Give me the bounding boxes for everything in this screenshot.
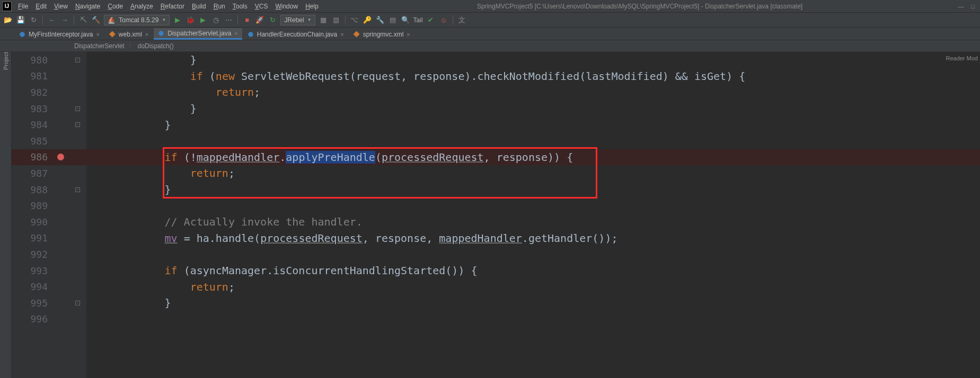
editor[interactable]: Reader Mod 980- }981 if (new ServletWebR… [12,52,980,378]
translate-icon[interactable]: 文 [457,15,467,25]
code-area[interactable]: 980- }981 if (new ServletWebRequest(requ… [12,52,980,327]
git-icon[interactable]: ⌥ [350,15,359,25]
code-text[interactable]: } [87,119,980,131]
menu-item-tools[interactable]: Tools [229,0,251,13]
code-line[interactable]: 991 mv = ha.handle(processedRequest, res… [12,230,980,247]
forward-icon[interactable]: → [60,15,69,25]
code-line[interactable]: 986 if (!mappedHandler.applyPreHandle(pr… [12,149,980,166]
close-icon[interactable]: × [96,31,99,38]
editor-tab[interactable]: springmvc.xml× [349,28,414,40]
more-run-icon[interactable]: ⋯ [224,15,233,25]
code-line[interactable]: 985 [12,133,980,149]
editor-tab[interactable]: web.xml× [105,28,153,40]
fold-handle-icon[interactable]: - [75,106,80,111]
close-icon[interactable]: × [407,31,410,38]
fold-handle-icon[interactable]: - [75,58,80,62]
menu-item-analyze[interactable]: Analyze [127,0,156,13]
code-line[interactable]: 983- } [12,101,980,117]
fold-gutter[interactable]: - [68,187,87,192]
code-line[interactable]: 987 return; [12,165,980,182]
project-toolwindow-button[interactable]: Project [3,52,9,75]
code-line[interactable]: 992 [12,246,980,263]
fold-gutter[interactable]: - [68,58,87,62]
code-text[interactable]: return; [87,86,980,98]
breadcrumb-item[interactable]: doDispatch() [138,42,174,50]
code-text[interactable]: mv = ha.handle(processedRequest, respons… [87,232,980,245]
fold-handle-icon[interactable]: - [75,187,80,192]
code-text[interactable]: if (!mappedHandler.applyPreHandle(proces… [87,151,980,164]
code-line[interactable]: 989 [12,197,980,214]
menu-item-navigate[interactable]: Navigate [72,0,103,13]
wrench-icon[interactable]: 🔧 [375,15,385,25]
no-icon[interactable]: ⦸ [439,15,448,25]
menu-item-vcs[interactable]: VCS [252,0,271,13]
code-text[interactable]: } [87,102,980,115]
code-line[interactable]: 982 return; [12,84,980,101]
editor-tab[interactable]: HandlerExecutionChain.java× [243,28,348,40]
key-icon[interactable]: 🔑 [363,15,372,25]
menu-item-edit[interactable]: Edit [32,0,50,13]
stop-icon[interactable]: ■ [242,15,252,25]
menu-item-run[interactable]: Run [210,0,228,13]
refresh-icon[interactable]: ↻ [29,15,38,25]
search-icon[interactable]: 🔍 [401,15,410,25]
profile-icon[interactable]: ◷ [211,15,220,25]
menu-item-help[interactable]: Help [302,0,322,13]
tool2-icon[interactable]: ▥ [331,15,341,25]
fold-gutter[interactable]: - [68,122,87,127]
breadcrumb-item[interactable]: DispatcherServlet [74,42,125,50]
code-line[interactable]: 993 if (asyncManager.isConcurrentHandlin… [12,263,980,279]
code-text[interactable]: if (new ServletWebRequest(request, respo… [87,70,980,83]
code-text[interactable]: } [87,183,980,196]
fold-gutter[interactable]: - [68,301,87,305]
open-icon[interactable]: 📂 [3,15,13,25]
code-line[interactable]: 990 // Actually invoke the handler. [12,214,980,230]
coverage-icon[interactable]: ▶ [198,15,208,25]
rerun-icon[interactable]: ↻ [268,15,277,25]
code-line[interactable]: 984- } [12,116,980,133]
tool1-icon[interactable]: ▦ [319,15,328,25]
jrebel-combo[interactable]: JRebel ▼ [280,15,315,25]
run-icon[interactable]: ▶ [173,15,182,25]
rocket-icon[interactable]: 🚀 [255,15,264,25]
editor-tab[interactable]: MyFirstInterceptor.java× [15,28,104,40]
breakpoint-gutter[interactable] [53,154,68,160]
fold-handle-icon[interactable]: - [75,122,80,127]
maximize-button[interactable]: □ [971,3,975,10]
menu-item-file[interactable]: File [15,0,31,13]
editor-tab[interactable]: DispatcherServlet.java× [154,28,242,40]
structure-icon[interactable]: ▤ [388,15,398,25]
menu-item-view[interactable]: View [51,0,71,13]
code-line[interactable]: 996 [12,311,980,328]
code-text[interactable]: if (asyncManager.isConcurrentHandlingSta… [87,264,980,277]
fold-gutter[interactable]: - [68,106,87,111]
code-text[interactable]: // Actually invoke the handler. [87,215,980,228]
code-line[interactable]: 988- } [12,182,980,198]
code-text[interactable]: return; [87,281,980,293]
menu-item-refactor[interactable]: Refactor [157,0,188,13]
code-text[interactable]: } [87,296,980,309]
menu-item-window[interactable]: Window [272,0,301,13]
menu-item-code[interactable]: Code [104,0,126,13]
code-line[interactable]: 995- } [12,295,980,311]
fold-handle-icon[interactable]: - [75,301,80,305]
code-line[interactable]: 981 if (new ServletWebRequest(request, r… [12,68,980,85]
save-icon[interactable]: 💾 [16,15,25,25]
close-icon[interactable]: × [234,30,237,37]
code-text[interactable]: return; [87,167,980,179]
line-number: 991 [12,232,53,244]
menu-item-build[interactable]: Build [189,0,209,13]
hammer-icon[interactable]: 🔨 [91,15,101,25]
minimize-button[interactable]: — [958,3,964,10]
debug-icon[interactable]: 🐞 [186,15,195,25]
close-icon[interactable]: × [340,31,343,38]
code-line[interactable]: 994 return; [12,278,980,295]
close-icon[interactable]: × [145,31,148,38]
check-icon[interactable]: ✔ [426,15,436,25]
back-icon[interactable]: ← [47,15,57,25]
code-text[interactable]: } [87,53,980,66]
breakpoint-icon[interactable] [57,154,64,160]
run-config-combo[interactable]: ⛵ Tomcat 8.5.29 ▼ [104,15,170,25]
code-line[interactable]: 980- } [12,52,980,68]
build-icon[interactable]: ⛏ [78,15,88,25]
